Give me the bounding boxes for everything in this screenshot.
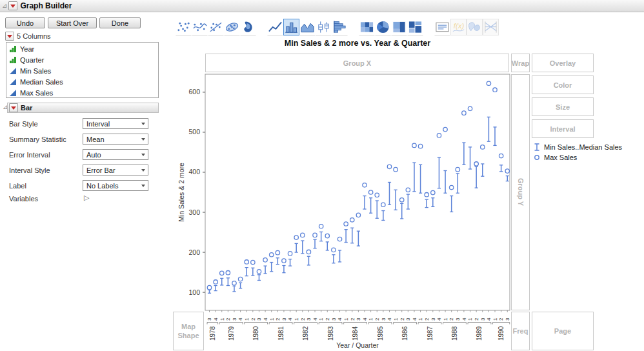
summary-statistic-label: Summary Statistic bbox=[9, 135, 66, 143]
svg-text:3: 3 bbox=[455, 317, 461, 321]
svg-text:400: 400 bbox=[188, 168, 200, 176]
column-item-median-sales[interactable]: Median Sales bbox=[6, 76, 158, 87]
label-dropdown[interactable]: No Labels bbox=[83, 180, 148, 191]
svg-text:1: 1 bbox=[294, 317, 299, 321]
svg-text:2: 2 bbox=[225, 317, 231, 321]
svg-text:1: 1 bbox=[269, 317, 275, 321]
svg-text:2: 2 bbox=[448, 317, 454, 321]
svg-text:1986: 1986 bbox=[401, 326, 408, 341]
interval-style-dropdown[interactable]: Error Bar bbox=[83, 165, 148, 176]
line-of-fit-icon[interactable] bbox=[208, 19, 224, 35]
svg-text:4: 4 bbox=[486, 317, 492, 321]
svg-text:1983: 1983 bbox=[327, 326, 334, 341]
column-item-year[interactable]: Year bbox=[6, 43, 158, 54]
drop-zone-overlay[interactable]: Overlay bbox=[532, 54, 594, 72]
svg-text:1: 1 bbox=[467, 317, 473, 321]
svg-text:3: 3 bbox=[381, 317, 387, 321]
error-interval-label: Error Interval bbox=[9, 151, 50, 159]
caption-box-icon[interactable] bbox=[434, 19, 450, 35]
bar-icon[interactable] bbox=[283, 19, 299, 35]
svg-text:1980: 1980 bbox=[252, 326, 259, 341]
summary-statistic-dropdown[interactable]: Mean bbox=[83, 134, 148, 145]
done-button[interactable]: Done bbox=[99, 17, 141, 28]
svg-text:3: 3 bbox=[356, 317, 361, 321]
svg-text:1: 1 bbox=[393, 317, 399, 321]
bar-red-triangle-button[interactable] bbox=[9, 103, 18, 112]
window-title: Graph Builder bbox=[20, 1, 72, 10]
label-value: No Labels bbox=[86, 182, 119, 190]
svg-text:1: 1 bbox=[368, 317, 374, 321]
interval-style-label: Interval Style bbox=[9, 166, 50, 174]
svg-text:4: 4 bbox=[461, 317, 467, 321]
svg-text:3: 3 bbox=[232, 317, 237, 321]
svg-text:3: 3 bbox=[331, 317, 337, 321]
heatmap-icon[interactable] bbox=[359, 19, 375, 35]
bar-style-label: Bar Style bbox=[9, 120, 38, 128]
area-icon[interactable] bbox=[299, 19, 316, 35]
svg-text:1988: 1988 bbox=[451, 326, 458, 341]
ellipse-icon[interactable] bbox=[224, 19, 240, 35]
svg-text:100: 100 bbox=[188, 288, 200, 296]
red-triangle-menu-button[interactable] bbox=[8, 1, 17, 10]
svg-text:4: 4 bbox=[237, 317, 243, 321]
points-icon[interactable] bbox=[176, 19, 192, 35]
legend-item-max-sales[interactable]: Max Sales bbox=[533, 152, 577, 162]
contour-icon[interactable] bbox=[240, 19, 256, 35]
map-shape-icon bbox=[467, 19, 483, 35]
svg-text:300: 300 bbox=[188, 208, 200, 216]
variables-disclosure-icon[interactable]: ▷ bbox=[84, 194, 89, 202]
drop-zone-page[interactable]: Page bbox=[532, 312, 594, 350]
chevron-down-icon bbox=[141, 185, 145, 187]
column-label: Min Sales bbox=[20, 67, 51, 75]
column-item-quarter[interactable]: Quarter bbox=[6, 54, 158, 65]
interval-style-value: Error Bar bbox=[86, 166, 116, 174]
collapse-triangle-icon[interactable]: ⊿ bbox=[2, 3, 7, 9]
drop-zone-interval[interactable]: Interval bbox=[532, 119, 594, 138]
open-circle-icon bbox=[533, 153, 541, 162]
mosaic-icon[interactable] bbox=[407, 19, 423, 35]
svg-text:Min Sales & 2 more: Min Sales & 2 more bbox=[177, 163, 185, 222]
undo-button[interactable]: Undo bbox=[5, 17, 45, 28]
line-icon[interactable] bbox=[267, 19, 283, 35]
svg-text:4: 4 bbox=[337, 317, 343, 321]
smoother-icon[interactable] bbox=[192, 19, 208, 35]
blue-triangle-icon bbox=[9, 67, 17, 75]
svg-text:3: 3 bbox=[306, 317, 312, 321]
drop-zone-wrap[interactable]: Wrap bbox=[511, 54, 530, 72]
drop-zone-color[interactable]: Color bbox=[532, 75, 594, 94]
treemap-icon[interactable] bbox=[391, 19, 407, 35]
svg-text:4: 4 bbox=[436, 317, 442, 321]
chevron-down-icon bbox=[141, 138, 145, 141]
svg-text:f(x): f(x) bbox=[454, 22, 465, 30]
legend-item-interval[interactable]: Min Sales..Median Sales bbox=[533, 142, 622, 152]
svg-text:1: 1 bbox=[219, 317, 225, 321]
svg-text:1: 1 bbox=[443, 317, 448, 321]
columns-list: Year Quarter Min Sales Median Sales Max … bbox=[6, 42, 159, 98]
plot-area[interactable]: 100200300400500600Min Sales & 2 more3412… bbox=[174, 71, 515, 351]
pie-icon[interactable] bbox=[375, 19, 391, 35]
start-over-button[interactable]: Start Over bbox=[48, 17, 97, 28]
svg-text:1: 1 bbox=[418, 317, 423, 321]
bar-panel-header: Bar bbox=[21, 104, 32, 112]
svg-text:2: 2 bbox=[424, 317, 430, 321]
bar-style-value: Interval bbox=[86, 120, 110, 128]
blue-triangle-icon bbox=[9, 89, 17, 97]
drop-zone-group-x[interactable]: Group X bbox=[205, 54, 509, 72]
summary-statistic-value: Mean bbox=[86, 135, 105, 143]
drop-zone-size[interactable]: Size bbox=[532, 97, 594, 116]
svg-text:1978: 1978 bbox=[209, 326, 216, 341]
histogram-icon[interactable] bbox=[332, 19, 348, 35]
column-item-max-sales[interactable]: Max Sales bbox=[6, 87, 158, 98]
chevron-down-icon bbox=[141, 123, 145, 125]
svg-text:1: 1 bbox=[492, 317, 498, 321]
svg-text:1985: 1985 bbox=[377, 326, 384, 341]
columns-red-triangle-button[interactable] bbox=[5, 32, 14, 41]
error-interval-dropdown[interactable]: Auto bbox=[83, 149, 148, 160]
box-plot-icon[interactable] bbox=[316, 19, 332, 35]
column-item-min-sales[interactable]: Min Sales bbox=[6, 65, 158, 76]
svg-text:1: 1 bbox=[318, 317, 324, 321]
bar-style-dropdown[interactable]: Interval bbox=[83, 118, 148, 129]
svg-text:1987: 1987 bbox=[427, 326, 434, 341]
green-bars-icon bbox=[9, 56, 17, 64]
svg-text:200: 200 bbox=[188, 248, 200, 256]
